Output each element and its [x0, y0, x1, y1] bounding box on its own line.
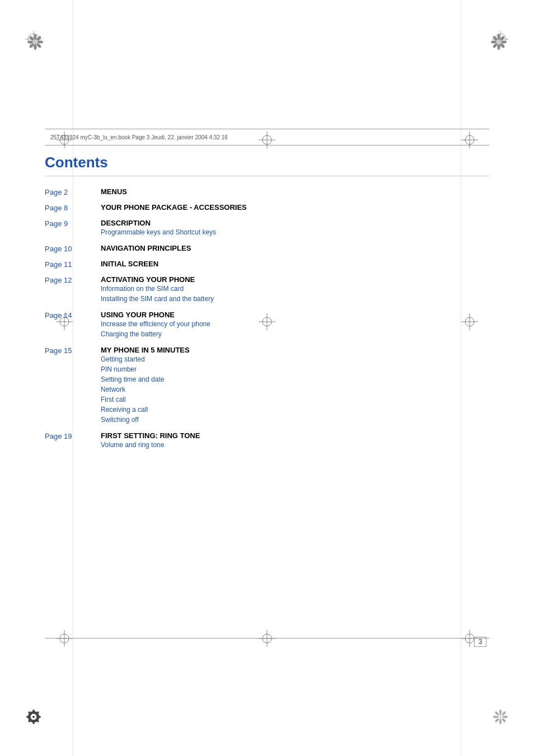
- svg-point-70: [491, 41, 496, 44]
- toc-row: Page 9DESCRIPTIONProgrammable keys and S…: [45, 219, 489, 237]
- toc-subitem: Switching off: [101, 415, 489, 425]
- svg-point-68: [498, 44, 500, 50]
- toc-entry-content: DESCRIPTIONProgrammable keys and Shortcu…: [101, 219, 489, 237]
- toc-heading: INITIAL SCREEN: [101, 260, 489, 268]
- toc-subitem: Setting time and date: [101, 374, 489, 384]
- toc-spacer: [45, 271, 489, 275]
- deco-flower-top-left: [27, 34, 44, 50]
- file-info: 25T433924 myC-3b_lu_en.book Page 3 Jeudi…: [50, 134, 228, 140]
- toc-entry-content: MENUS: [101, 187, 489, 196]
- page-wrapper: 25T433924 myC-3b_lu_en.book Page 3 Jeudi…: [0, 0, 534, 756]
- toc-heading: MY PHONE IN 5 MINUTES: [101, 346, 489, 354]
- toc-spacer: [45, 255, 489, 260]
- toc-entry-content: YOUR PHONE PACKAGE - ACCESSORIES: [101, 203, 489, 212]
- content-area: Contents Page 2MENUSPage 8YOUR PHONE PAC…: [45, 154, 489, 633]
- svg-point-72: [496, 40, 501, 44]
- deco-flower-top-right: [490, 34, 507, 50]
- toc-entry-content: FIRST SETTING: RING TONEVolume and ring …: [101, 431, 489, 450]
- svg-point-40: [32, 720, 35, 724]
- toc-row: Page 14USING YOUR PHONEIncrease the effi…: [45, 311, 489, 339]
- toc-table: Page 2MENUSPage 8YOUR PHONE PACKAGE - AC…: [45, 187, 489, 450]
- page-title: Contents: [45, 154, 489, 176]
- svg-point-59: [34, 44, 37, 50]
- toc-page-label: Page 15: [45, 346, 101, 355]
- toc-spacer: [45, 306, 489, 311]
- toc-subitem: Getting started: [101, 354, 489, 364]
- toc-heading: FIRST SETTING: RING TONE: [101, 431, 489, 440]
- toc-row: Page 2MENUS: [45, 187, 489, 196]
- toc-spacer: [45, 427, 489, 431]
- toc-entry-content: ACTIVATING YOUR PHONEInformation on the …: [101, 275, 489, 304]
- toc-heading: DESCRIPTION: [101, 219, 489, 227]
- toc-page-label: Page 8: [45, 203, 101, 212]
- toc-subitem: Receiving a call: [101, 405, 489, 415]
- toc-heading: USING YOUR PHONE: [101, 311, 489, 319]
- svg-point-57: [38, 41, 43, 44]
- toc-subitem: Network: [101, 384, 489, 395]
- toc-heading: YOUR PHONE PACKAGE - ACCESSORIES: [101, 203, 489, 212]
- svg-point-55: [34, 34, 37, 40]
- svg-point-66: [501, 41, 507, 44]
- toc-page-label: Page 2: [45, 187, 101, 196]
- svg-point-35: [32, 716, 35, 718]
- bottom-border: [45, 638, 489, 638]
- toc-heading: NAVIGATION PRINCIPLES: [101, 244, 489, 252]
- toc-spacer: [45, 199, 489, 203]
- toc-page-label: Page 19: [45, 431, 101, 440]
- svg-point-36: [32, 710, 35, 714]
- toc-row: Page 8YOUR PHONE PACKAGE - ACCESSORIES: [45, 203, 489, 212]
- toc-heading: MENUS: [101, 187, 489, 196]
- svg-point-42: [26, 716, 31, 718]
- reg-mark-top-right-inner: [461, 132, 478, 148]
- toc-subitem: Information on the SIM card: [101, 284, 489, 294]
- reg-mark-top-center: [259, 132, 275, 148]
- svg-point-63: [33, 40, 38, 44]
- toc-subitem: Programmable keys and Shortcut keys: [101, 227, 489, 237]
- toc-subitem: Increase the efficiency of your phone: [101, 319, 489, 329]
- toc-subitem: PIN number: [101, 364, 489, 374]
- toc-spacer: [45, 214, 489, 219]
- toc-row: Page 12ACTIVATING YOUR PHONEInformation …: [45, 275, 489, 304]
- toc-entry-content: INITIAL SCREEN: [101, 260, 489, 268]
- toc-heading: ACTIVATING YOUR PHONE: [101, 275, 489, 284]
- toc-entry-content: MY PHONE IN 5 MINUTESGetting startedPIN …: [101, 346, 489, 425]
- toc-subitem: Charging the battery: [101, 329, 489, 339]
- reg-mark-top-left-inner: [56, 132, 73, 148]
- toc-subitem: First call: [101, 395, 489, 405]
- toc-subitem: Volume and ring tone: [101, 440, 489, 450]
- svg-point-61: [27, 41, 33, 44]
- reg-mark-bot-right-outer: [492, 708, 509, 725]
- toc-entry-content: NAVIGATION PRINCIPLES: [101, 244, 489, 252]
- toc-row: Page 19FIRST SETTING: RING TONEVolume an…: [45, 431, 489, 450]
- toc-page-label: Page 9: [45, 219, 101, 228]
- toc-page-label: Page 10: [45, 244, 101, 253]
- svg-point-38: [36, 716, 41, 718]
- toc-entry-content: USING YOUR PHONEIncrease the efficiency …: [101, 311, 489, 339]
- toc-row: Page 15MY PHONE IN 5 MINUTESGetting star…: [45, 346, 489, 425]
- toc-subitem: Installing the SIM card and the battery: [101, 294, 489, 304]
- toc-row: Page 11INITIAL SCREEN: [45, 260, 489, 269]
- page-number: 3: [474, 637, 486, 647]
- svg-point-64: [498, 34, 500, 40]
- toc-row: Page 10NAVIGATION PRINCIPLES: [45, 244, 489, 253]
- toc-spacer: [45, 240, 489, 244]
- reg-mark-bot-left-outer: [25, 708, 42, 725]
- toc-page-label: Page 12: [45, 275, 101, 284]
- toc-page-label: Page 14: [45, 311, 101, 320]
- toc-page-label: Page 11: [45, 260, 101, 269]
- toc-spacer: [45, 341, 489, 346]
